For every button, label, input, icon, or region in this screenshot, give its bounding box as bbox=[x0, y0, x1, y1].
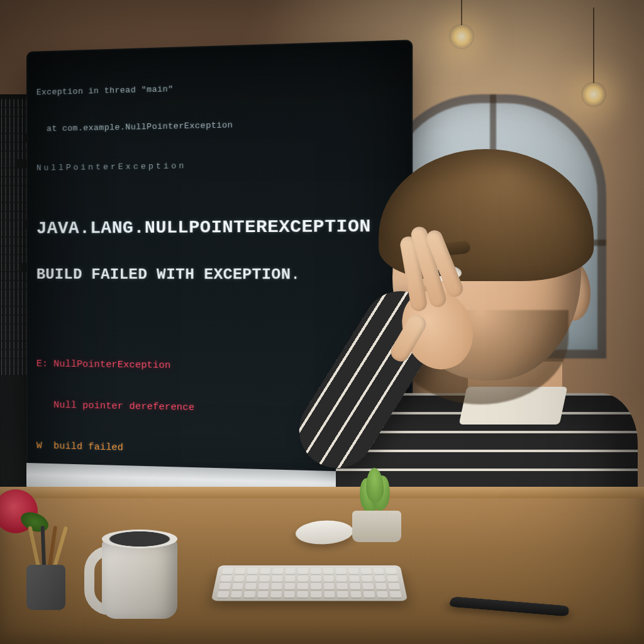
succulent-plant bbox=[338, 467, 414, 542]
trace-header: at com.example.NullPointerException bbox=[36, 116, 402, 135]
error-line: E: NullPointerException bbox=[36, 358, 171, 371]
light-bulb-icon bbox=[449, 24, 474, 49]
error-package: JAVA.LANG. bbox=[36, 218, 145, 238]
trace-header: Exception in thread "main" bbox=[36, 77, 402, 98]
coffee-mug bbox=[91, 525, 185, 619]
error-line: Null pointer dereference bbox=[36, 399, 195, 413]
pencil-cup bbox=[23, 536, 72, 610]
light-bulb-icon bbox=[581, 82, 606, 107]
keyboard bbox=[211, 565, 408, 601]
scene: ││││││││││││││││││││││││││││││││││││││││… bbox=[0, 0, 644, 644]
warn-line: W build failed bbox=[36, 441, 123, 453]
